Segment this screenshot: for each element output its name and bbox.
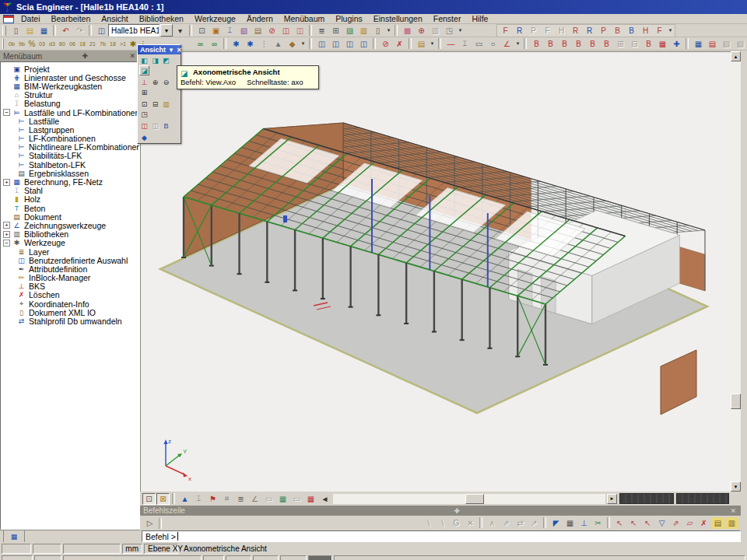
dot-grid-icon[interactable]: ▦ xyxy=(563,517,577,529)
tree-item-beton[interactable]: TBeton xyxy=(1,204,139,212)
toolbar-grip2[interactable] xyxy=(2,39,4,49)
tree-item-belastung[interactable]: ⌶Belastung xyxy=(1,100,139,108)
snap-x-icon[interactable]: ✕ xyxy=(464,517,477,529)
tree-item-benutzerdefinierte-auswahl[interactable]: ◫Benutzerdefinierte Auswahl xyxy=(1,256,139,264)
menu-einstellungen[interactable]: Einstellungen xyxy=(368,14,428,24)
scroll-right-icon[interactable]: ► xyxy=(607,494,617,504)
command-input[interactable]: Befehl > xyxy=(142,530,741,542)
zoom-out-icon[interactable]: ⊖ xyxy=(161,77,171,87)
menu-datei[interactable]: Datei xyxy=(16,14,46,24)
vertical-scroll-thumb[interactable] xyxy=(731,394,741,409)
walls-more-icon[interactable]: ▾ xyxy=(667,25,674,37)
beam-dots-icon[interactable]: B xyxy=(586,38,599,50)
paint-icon[interactable]: ▩ xyxy=(401,25,414,37)
tree-item-attributdefinition[interactable]: ✒Attributdefinition xyxy=(1,264,139,273)
filter-06-icon[interactable]: 06 xyxy=(68,38,77,50)
document-icon[interactable]: ▯ xyxy=(371,25,384,37)
picture-icon[interactable]: ▨ xyxy=(343,25,356,37)
wall-type-p2-icon[interactable]: P xyxy=(597,25,610,37)
chart-icon[interactable]: ▥ xyxy=(429,25,442,37)
zoom-doc-icon[interactable]: ⊕ xyxy=(415,25,428,37)
folder-more-icon[interactable]: ▾ xyxy=(429,38,436,50)
view-top-icon[interactable]: ◩ xyxy=(161,55,171,65)
filter-0b-icon[interactable]: 0b xyxy=(7,38,16,50)
pin-icon[interactable]: ✚ xyxy=(80,52,89,60)
cut-snap-icon[interactable]: ✂ xyxy=(591,517,605,529)
filter-03-icon[interactable]: 03 xyxy=(37,38,47,50)
tree-expand-icon[interactable]: + xyxy=(3,231,10,238)
frame-window-icon[interactable]: ◫ xyxy=(279,25,293,37)
print-preview-icon[interactable]: ⊞ xyxy=(329,25,342,37)
filter-7b-icon[interactable]: 7b xyxy=(98,38,107,50)
ucs-view-icon[interactable]: ⊥ xyxy=(139,77,149,87)
command-close-icon[interactable]: ✕ xyxy=(728,507,738,515)
horizontal-scrollbar[interactable] xyxy=(333,494,605,504)
new-file-icon[interactable]: ▯ xyxy=(9,25,23,37)
close-project-icon[interactable]: ◫ xyxy=(95,25,108,37)
tree-item-stabilit-ts-lfk[interactable]: ⊢Stabilitäts-LFK xyxy=(1,152,139,160)
tree-item-stahlbeton-lfk[interactable]: ⊢Stahlbeton-LFK xyxy=(1,160,139,169)
status-plane[interactable]: Ebene XY xyxy=(144,544,178,554)
flag-icon[interactable]: ⚑ xyxy=(206,493,219,505)
tree-item-lastf-lle-und-lf-kombinationen[interactable]: −⊨Lastfälle und LF-Kombinationen xyxy=(1,108,139,117)
filter-9b-icon[interactable]: 9b xyxy=(17,38,26,50)
beam-icon[interactable]: ⌶ xyxy=(458,38,472,50)
menu-plugins[interactable]: Plugins xyxy=(330,14,367,24)
open-folder-icon[interactable]: ▤ xyxy=(23,25,37,37)
binoculars2-icon[interactable]: ∞ xyxy=(208,38,221,50)
tree-item-dokument[interactable]: ▤Dokument xyxy=(1,212,139,221)
tree-expand-icon[interactable]: + xyxy=(3,179,10,186)
ansicht-palette-titlebar[interactable]: Ansicht ▼ ✕ xyxy=(138,45,181,54)
sidebar-tab-menubaum[interactable]: ▦ xyxy=(3,530,25,543)
pick-cursor-icon[interactable]: ▷ xyxy=(143,517,156,529)
no-entry-icon[interactable]: ⊘ xyxy=(265,25,279,37)
tree-item-koordinaten-info[interactable]: ⌖Koordinaten-Info xyxy=(1,299,139,308)
clip-icon[interactable]: ◳ xyxy=(443,25,456,37)
tree-item-projekt[interactable]: ▣Projekt xyxy=(1,65,139,73)
snap-g-icon[interactable]: G xyxy=(450,517,463,529)
wall-type-b2-icon[interactable]: B xyxy=(625,25,638,37)
level-icon[interactable]: ⌶ xyxy=(192,493,205,505)
tree-item-werkzeuge[interactable]: −✱Werkzeuge xyxy=(1,239,139,247)
snap-perp-icon[interactable]: ▱ xyxy=(683,517,696,529)
menu-ndern[interactable]: Ändern xyxy=(241,14,279,24)
snap-node-icon[interactable]: ↖ xyxy=(613,517,626,529)
view-b-icon[interactable]: B xyxy=(161,121,171,131)
tree-item-dokument-xml-io[interactable]: ▯Dokument XML IO xyxy=(1,308,139,317)
vertical-scrollbar[interactable]: ▲ ▼ xyxy=(731,51,741,492)
combination-icon[interactable]: ◆ xyxy=(286,38,299,50)
materials-icon[interactable]: ▣ xyxy=(209,25,223,37)
mdi-child-icon[interactable] xyxy=(3,15,14,23)
snap-set2-icon[interactable]: ▥ xyxy=(725,517,738,529)
tree-expand-icon[interactable]: − xyxy=(3,240,10,247)
grid-color-icon[interactable]: ▦ xyxy=(276,493,289,505)
docked-panel-left[interactable] xyxy=(619,493,674,504)
menu-men-baum[interactable]: Menübaum xyxy=(279,14,331,24)
view-side-icon[interactable]: ◨ xyxy=(150,55,160,65)
window-split1-icon[interactable]: ◫ xyxy=(315,38,328,50)
close-icon[interactable]: ✕ xyxy=(128,52,137,60)
view-params-icon[interactable]: ◳ xyxy=(139,109,149,119)
window-split2-icon[interactable]: ◫ xyxy=(329,38,342,50)
levels-icon[interactable]: ⋮ xyxy=(258,38,271,50)
tree-expand-icon[interactable]: − xyxy=(3,109,10,116)
snap-line2-icon[interactable]: ∖ xyxy=(436,517,449,529)
filter-d3-icon[interactable]: d3 xyxy=(47,38,57,50)
tree-item-struktur[interactable]: ⌂Struktur xyxy=(1,91,139,100)
wireframe-icon[interactable]: ⊡ xyxy=(142,493,156,505)
snap-line-icon[interactable]: ∖ xyxy=(422,517,435,529)
clipping-box-icon[interactable]: ▥ xyxy=(161,99,171,109)
grid-red-icon[interactable]: ▦ xyxy=(304,493,317,505)
gray-doc1-icon[interactable]: ▧ xyxy=(720,38,733,50)
tree-item-lastf-lle[interactable]: ⊢Lastfälle xyxy=(1,117,139,125)
tree-item-bks[interactable]: ⊥BKS xyxy=(1,282,139,291)
scroll-up-icon[interactable]: ▲ xyxy=(731,51,741,61)
cross-section-icon[interactable]: ⌶ xyxy=(223,25,237,37)
filter-21-icon[interactable]: 21 xyxy=(88,38,97,50)
snap-ortho-icon[interactable]: ✗ xyxy=(697,517,710,529)
undo-icon[interactable]: ↶ xyxy=(59,25,72,37)
palette-close-icon[interactable]: ✕ xyxy=(177,47,182,54)
wall-type-b1-icon[interactable]: B xyxy=(611,25,624,37)
angle-icon[interactable]: ∠ xyxy=(500,38,514,50)
circle-icon[interactable]: ○ xyxy=(486,38,500,50)
